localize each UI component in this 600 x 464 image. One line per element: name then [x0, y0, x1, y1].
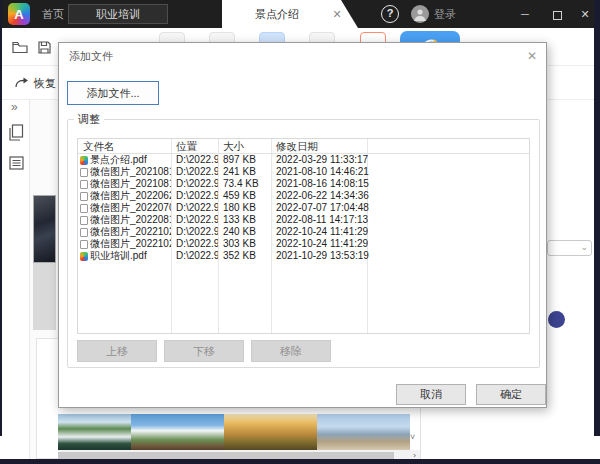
file-type-icon — [80, 204, 88, 213]
file-type-icon — [80, 228, 88, 237]
file-type-icon — [80, 180, 88, 189]
file-name: 微信图片_2022062... — [90, 190, 171, 202]
save-icon[interactable] — [38, 41, 51, 56]
remove-button[interactable]: 移除 — [251, 340, 331, 362]
file-path: D:\2022.9.21... — [171, 226, 218, 238]
redo-arrow-icon — [14, 77, 29, 90]
move-up-button[interactable]: 上移 — [77, 340, 157, 362]
page-thumbnails-icon[interactable] — [9, 124, 24, 143]
file-path: D:\2022.9.21... — [171, 190, 218, 202]
header-filename[interactable]: 文件名 — [78, 139, 171, 154]
panel-divider — [420, 408, 421, 459]
page-thumbnail[interactable] — [33, 195, 56, 263]
table-row[interactable]: 微信图片_2021081... D:\2022.9.21... 73.4 KB … — [78, 178, 529, 190]
scroll-down-icon[interactable]: ˅ — [410, 432, 415, 442]
file-date: 2022-08-11 14:17:13 — [271, 214, 421, 226]
thumbnail-scroll-track[interactable] — [33, 263, 56, 330]
window-frame — [0, 459, 600, 464]
zoom-dropdown[interactable]: ⌄ — [547, 240, 592, 256]
file-type-icon — [80, 168, 88, 177]
file-name: 微信图片_2022070... — [90, 202, 171, 214]
groupbox-label: 调整 — [74, 112, 104, 127]
collapse-panel-icon[interactable]: » — [11, 100, 17, 114]
file-type-icon — [80, 192, 88, 201]
add-files-dialog: 添加文件 ✕ 添加文件... 调整 文件名 位置 大小 修改日期 景点介绍.pd… — [58, 42, 547, 408]
file-date: 2021-10-29 13:53:19 — [271, 250, 421, 262]
header-location[interactable]: 位置 — [171, 139, 218, 154]
table-row[interactable]: 微信图片_2022070... D:\2022.9.21... 180 KB 2… — [78, 202, 529, 214]
scrollbar-thumb[interactable] — [42, 452, 394, 459]
dialog-title: 添加文件 — [69, 49, 113, 64]
table-row[interactable]: 微信图片_2022081... D:\2022.9.21... 133 KB 2… — [78, 214, 529, 226]
restore-label: 恢复 — [34, 76, 56, 91]
document-page-edge — [36, 338, 58, 459]
file-date: 2022-07-07 17:04:48 — [271, 202, 421, 214]
chevron-down-icon: ⌄ — [580, 242, 588, 252]
tab-scenic-intro[interactable]: 景点介绍 ✕ — [222, 0, 358, 28]
help-icon[interactable]: ? — [381, 5, 399, 23]
table-row[interactable]: 微信图片_2022102... D:\2022.9.21... 240 KB 2… — [78, 226, 529, 238]
bookmarks-list-icon[interactable] — [9, 156, 24, 172]
avatar[interactable] — [411, 5, 429, 23]
tab-label: 景点介绍 — [222, 0, 332, 28]
photo-thumbnail — [224, 414, 317, 451]
file-type-icon — [80, 252, 88, 261]
file-path: D:\2022.9.21... — [171, 178, 218, 190]
file-path: D:\2022.9.21... — [171, 238, 218, 250]
file-size: 303 KB — [218, 238, 271, 250]
file-date: 2022-03-29 11:33:17 — [271, 154, 421, 166]
minimize-button[interactable]: ─ — [512, 0, 538, 28]
table-row[interactable]: 微信图片_2021081... D:\2022.9.21... 241 KB 2… — [78, 166, 529, 178]
window-frame — [0, 0, 2, 436]
tab-vocational-training[interactable]: 职业培训 — [68, 4, 168, 24]
file-name: 职业培训.pdf — [90, 250, 147, 262]
login-button[interactable]: 登录 — [434, 0, 456, 28]
titlebar: A 首页 职业培训 景点介绍 ✕ ? 登录 ─ ✕ — [0, 0, 600, 28]
maximize-icon — [553, 11, 562, 20]
add-files-button[interactable]: 添加文件... — [67, 81, 159, 105]
move-down-button[interactable]: 下移 — [164, 340, 244, 362]
file-size: 459 KB — [218, 190, 271, 202]
file-table-body: 景点介绍.pdf D:\2022.9.21... 897 KB 2022-03-… — [78, 154, 529, 262]
photo-thumbnail — [131, 414, 224, 451]
file-name: 微信图片_2022081... — [90, 214, 171, 226]
table-row[interactable]: 微信图片_2022062... D:\2022.9.21... 459 KB 2… — [78, 190, 529, 202]
table-header: 文件名 位置 大小 修改日期 — [78, 139, 529, 154]
cancel-button[interactable]: 取消 — [396, 384, 466, 405]
tab-close-icon[interactable]: ✕ — [326, 0, 348, 28]
file-name: 微信图片_2021081... — [90, 166, 171, 178]
file-size: 241 KB — [218, 166, 271, 178]
open-folder-icon[interactable] — [12, 41, 28, 56]
table-row[interactable]: 微信图片_2022102... D:\2022.9.21... 303 KB 2… — [78, 238, 529, 250]
maximize-button[interactable] — [544, 0, 570, 28]
table-row[interactable]: 职业培训.pdf D:\2022.9.21... 352 KB 2021-10-… — [78, 250, 529, 262]
left-sidebar: » — [2, 100, 30, 459]
ok-button[interactable]: 确定 — [476, 384, 546, 405]
file-size: 240 KB — [218, 226, 271, 238]
page-photo-strip — [38, 414, 410, 451]
file-size: 352 KB — [218, 250, 271, 262]
adjust-groupbox: 调整 文件名 位置 大小 修改日期 景点介绍.pdf D:\2022.9.21.… — [67, 119, 540, 368]
file-date: 2022-06-22 14:34:36 — [271, 190, 421, 202]
file-type-icon — [80, 240, 88, 249]
file-type-icon — [80, 156, 88, 165]
file-path: D:\2022.9.21... — [171, 250, 218, 262]
file-path: D:\2022.9.21... — [171, 202, 218, 214]
file-date: 2021-08-10 14:46:21 — [271, 166, 421, 178]
header-date[interactable]: 修改日期 — [271, 139, 367, 154]
file-date: 2022-10-24 11:41:29 — [271, 226, 421, 238]
file-path: D:\2022.9.21... — [171, 214, 218, 226]
file-size: 133 KB — [218, 214, 271, 226]
file-size: 897 KB — [218, 154, 271, 166]
file-name: 微信图片_2022102... — [90, 238, 171, 250]
file-name: 微信图片_2022102... — [90, 226, 171, 238]
header-size[interactable]: 大小 — [218, 139, 271, 154]
file-name: 微信图片_2021081... — [90, 178, 171, 190]
table-row[interactable]: 景点介绍.pdf D:\2022.9.21... 897 KB 2022-03-… — [78, 154, 529, 166]
accent-color-dot[interactable] — [548, 311, 565, 328]
file-size: 73.4 KB — [218, 178, 271, 190]
file-type-icon — [80, 216, 88, 225]
home-button[interactable]: 首页 — [36, 0, 70, 28]
dialog-close-icon[interactable]: ✕ — [523, 47, 541, 65]
restore-button[interactable]: 恢复 — [14, 73, 56, 93]
